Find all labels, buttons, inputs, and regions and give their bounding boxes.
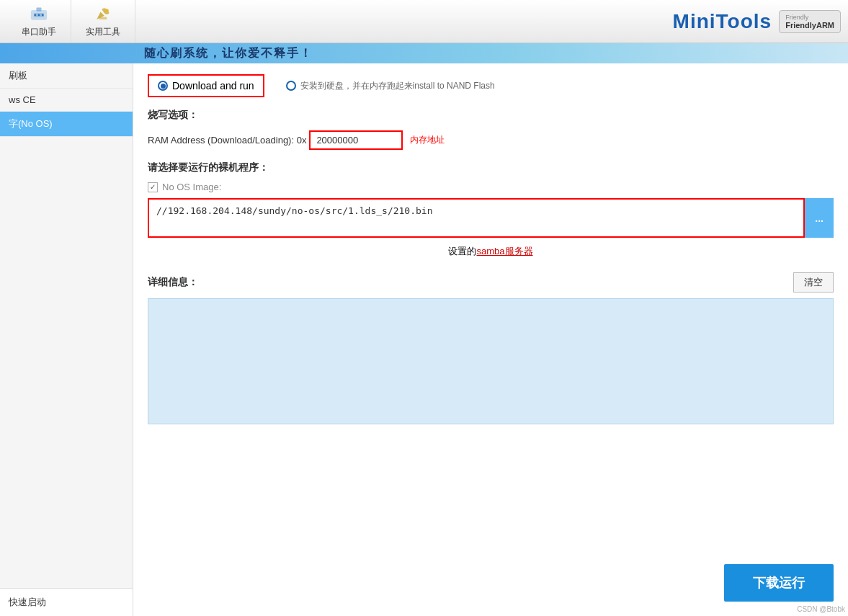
no-os-checkbox-row: ✓ No OS Image:: [148, 182, 834, 192]
arm-label: FriendlyARM: [785, 21, 834, 30]
file-path-row: ...: [148, 198, 834, 238]
download-button-area: 下载运行: [724, 564, 834, 602]
burn-section-header: 烧写选项：: [148, 109, 834, 122]
sidebar-top: 刷板 ws CE 字(No OS): [0, 63, 133, 137]
radio-circle-unselected: [286, 81, 296, 91]
sidebar-item-flasher[interactable]: 刷板: [0, 63, 133, 89]
svg-point-7: [105, 9, 109, 12]
brand-arm: Friendly FriendlyARM: [779, 10, 841, 33]
svg-point-5: [42, 14, 44, 17]
sidebar-bottom: 快速启动: [0, 588, 133, 616]
radio-download-run-label: Download and run: [172, 80, 254, 91]
radio-install-nand-label: 安装到硬盘，并在内存跑起来install to NAND Flash: [300, 80, 495, 92]
no-os-label: No OS Image:: [162, 182, 221, 192]
radio-install-nand[interactable]: 安装到硬盘，并在内存跑起来install to NAND Flash: [286, 80, 495, 92]
tools-label: 实用工具: [86, 26, 120, 38]
serial-icon: [27, 4, 50, 24]
slogan-text: 随心刷系统，让你爱不释手！: [144, 46, 313, 61]
file-path-wrapper: [148, 198, 805, 238]
radio-circle-selected: [158, 81, 168, 91]
clear-button[interactable]: 清空: [793, 272, 834, 293]
svg-rect-2: [37, 7, 42, 11]
brand-minitools: MiniTools: [673, 10, 772, 33]
samba-link-area: 设置的samba服务器: [148, 245, 834, 258]
toolbar: 串口助手 实用工具 MiniTools Friendly FriendlyARM: [0, 0, 848, 43]
no-os-checkbox[interactable]: ✓: [148, 182, 158, 192]
ram-hint: 内存地址: [410, 134, 445, 146]
ram-label: RAM Address (Download/Loading): 0x: [148, 135, 306, 146]
radio-download-run[interactable]: Download and run: [148, 74, 264, 97]
file-path-input[interactable]: [156, 205, 796, 227]
detail-header-row: 详细信息： 清空: [148, 272, 834, 293]
serial-label: 串口助手: [22, 26, 56, 38]
slogan-bar: 随心刷系统，让你爱不释手！: [0, 43, 848, 63]
tools-tool-btn[interactable]: 实用工具: [71, 0, 135, 43]
detail-box: [148, 298, 834, 424]
content-area: Download and run 安装到硬盘，并在内存跑起来install to…: [133, 63, 848, 616]
quickboot-btn[interactable]: 快速启动: [0, 589, 133, 616]
sidebar-item-noos[interactable]: 字(No OS): [0, 112, 133, 137]
brand-area: MiniTools Friendly FriendlyARM: [673, 10, 841, 33]
samba-server-link[interactable]: samba服务器: [476, 246, 532, 256]
tools-icon: [92, 4, 115, 24]
detail-label: 详细信息：: [148, 276, 198, 289]
watermark: CSDN @Btobk: [797, 605, 845, 613]
main-layout: 刷板 ws CE 字(No OS) 快速启动 Download and run: [0, 63, 848, 616]
run-section-header: 请选择要运行的裸机程序：: [148, 161, 834, 174]
download-run-button[interactable]: 下载运行: [724, 564, 834, 602]
ram-address-row: RAM Address (Download/Loading): 0x 内存地址: [148, 130, 834, 150]
svg-point-3: [34, 14, 36, 17]
browse-button[interactable]: ...: [805, 198, 834, 238]
sidebar-item-wince[interactable]: ws CE: [0, 89, 133, 112]
sidebar: 刷板 ws CE 字(No OS) 快速启动: [0, 63, 133, 616]
radio-options-row: Download and run 安装到硬盘，并在内存跑起来install to…: [148, 74, 834, 97]
ram-address-input[interactable]: [309, 130, 403, 150]
svg-rect-6: [99, 17, 107, 20]
serial-tool-btn[interactable]: 串口助手: [7, 0, 71, 43]
svg-point-4: [38, 14, 40, 17]
samba-text: 设置的: [448, 246, 476, 256]
